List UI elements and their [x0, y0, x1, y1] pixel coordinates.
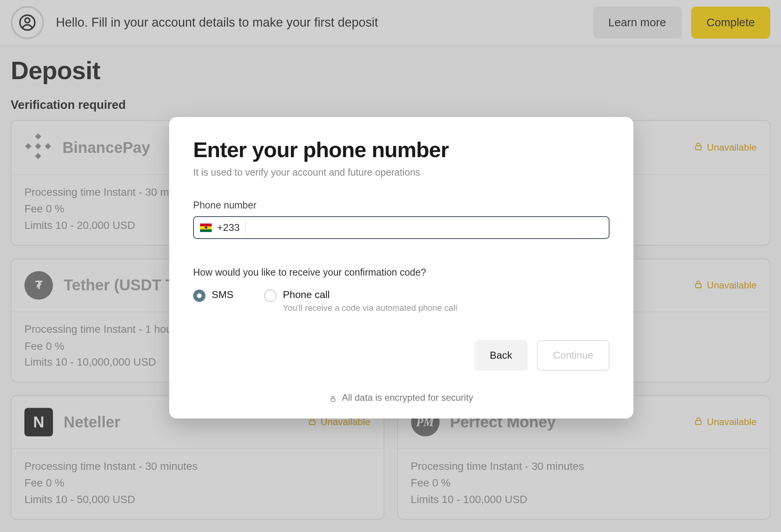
phone-label: Phone number	[193, 200, 610, 211]
continue-button[interactable]: Continue	[537, 340, 610, 371]
radio-sms[interactable]: SMS	[193, 289, 233, 302]
back-button[interactable]: Back	[474, 340, 528, 371]
encryption-text: All data is encrypted for security	[342, 392, 473, 403]
radio-call-label: Phone call	[283, 289, 457, 301]
encryption-note: All data is encrypted for security	[193, 392, 610, 403]
phone-input-wrap[interactable]: +233	[193, 216, 610, 239]
radio-dot-icon	[193, 290, 205, 302]
radio-call-sub: You'll receive a code via automated phon…	[283, 303, 457, 313]
confirmation-question: How would you like to receive your confi…	[193, 267, 610, 278]
country-flag-icon[interactable]	[200, 224, 212, 232]
modal-title: Enter your phone number	[193, 137, 610, 162]
phone-number-input[interactable]	[245, 222, 603, 234]
dial-code[interactable]: +233	[217, 222, 240, 234]
modal-subtitle: It is used to verify your account and fu…	[193, 167, 610, 178]
radio-phone-call[interactable]: Phone call You'll receive a code via aut…	[264, 289, 457, 313]
radio-sms-label: SMS	[212, 289, 233, 301]
lock-icon	[329, 394, 336, 402]
phone-modal: Enter your phone number It is used to ve…	[169, 117, 633, 418]
radio-dot-icon	[264, 290, 277, 302]
svg-rect-11	[331, 398, 335, 402]
